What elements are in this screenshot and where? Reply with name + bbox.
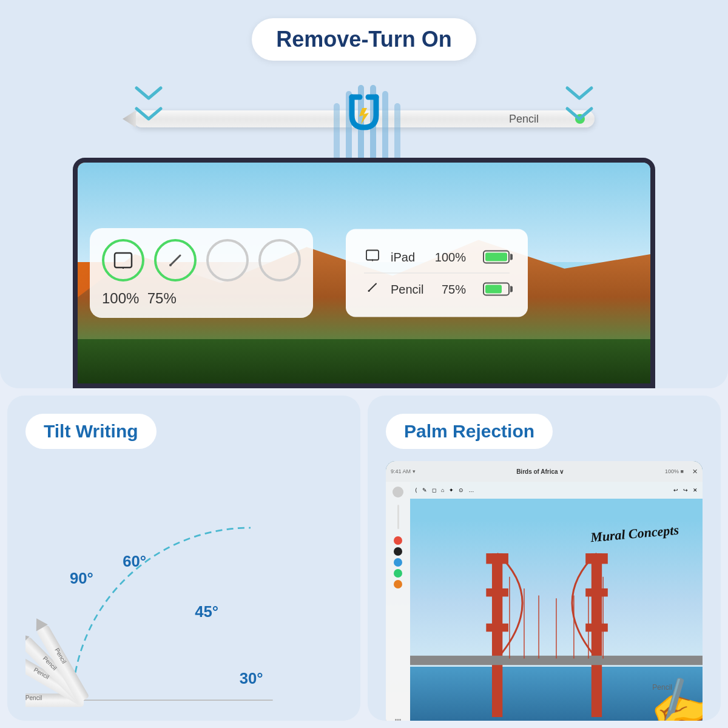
palm-rejection-section: Palm Rejection 9:41 AM ▾ Birds of Africa… bbox=[368, 396, 721, 721]
palm-sidebar: ••• bbox=[386, 482, 410, 721]
svg-rect-37 bbox=[592, 553, 602, 717]
pencil-device-icon bbox=[364, 281, 381, 298]
pencil-battery-percent: 75% bbox=[442, 282, 466, 296]
icons-percent: 100% 75% bbox=[102, 290, 301, 307]
empty-circle-2 bbox=[258, 239, 301, 281]
sidebar-tool-2 bbox=[397, 505, 399, 529]
svg-rect-35 bbox=[486, 588, 508, 596]
remove-turn-on-badge: Remove-Turn On bbox=[252, 18, 476, 61]
icons-widget: 100% 75% bbox=[90, 228, 313, 318]
tilt-diagram: Pencil Pencil Pencil bbox=[25, 461, 342, 721]
svg-rect-33 bbox=[492, 553, 502, 717]
svg-line-10 bbox=[170, 255, 180, 265]
ipad-screen: 100% 75% iPad 100% bbox=[78, 163, 650, 383]
pencil-device-name: Pencil bbox=[391, 282, 432, 296]
left-arrows bbox=[133, 85, 164, 123]
svg-text:30°: 30° bbox=[240, 670, 263, 687]
ipad-device-icon bbox=[364, 249, 381, 266]
bridge-area: Mural Concepts ✍️ Pencil bbox=[410, 482, 703, 721]
svg-point-15 bbox=[368, 290, 370, 292]
svg-text:90°: 90° bbox=[70, 570, 93, 587]
svg-line-14 bbox=[369, 284, 376, 291]
top-section: Remove-Turn On Pencil bbox=[0, 0, 728, 388]
battery-widget: iPad 100% Pencil 75% bbox=[346, 229, 528, 317]
ipad-battery-percent: 100% bbox=[435, 250, 466, 264]
tilt-svg: Pencil Pencil Pencil bbox=[25, 461, 342, 721]
ipad-battery-bar bbox=[483, 251, 510, 264]
svg-point-11 bbox=[169, 264, 172, 266]
tilt-writing-badge: Tilt Writing bbox=[25, 414, 157, 449]
ipad-icon-circle bbox=[102, 239, 144, 281]
bottom-sections: Tilt Writing Pencil Pencil bbox=[0, 388, 728, 728]
palm-toolbar: 9:41 AM ▾ Birds of Africa ∨ 100% ■ ✕ bbox=[386, 461, 703, 482]
ipad-device-name: iPad bbox=[391, 250, 425, 264]
ipad-mockup: 100% 75% iPad 100% bbox=[73, 158, 655, 388]
svg-text:Pencil: Pencil bbox=[25, 695, 42, 701]
magnet-icon bbox=[343, 91, 385, 136]
svg-rect-8 bbox=[115, 253, 132, 268]
sidebar-tool-1 bbox=[393, 487, 403, 497]
palm-ipad-mockup: 9:41 AM ▾ Birds of Africa ∨ 100% ■ ✕ ⟨ ✎… bbox=[386, 461, 703, 721]
right-arrows bbox=[564, 85, 595, 123]
svg-rect-36 bbox=[486, 624, 508, 632]
svg-rect-12 bbox=[366, 251, 379, 260]
svg-text:45°: 45° bbox=[195, 603, 218, 620]
empty-circle-1 bbox=[206, 239, 249, 281]
palm-screen: 9:41 AM ▾ Birds of Africa ∨ 100% ■ ✕ ⟨ ✎… bbox=[386, 461, 703, 721]
tilt-writing-section: Tilt Writing Pencil Pencil bbox=[7, 396, 360, 721]
pencil-label-palm: Pencil bbox=[652, 683, 672, 692]
palm-rejection-badge: Palm Rejection bbox=[386, 414, 553, 449]
svg-text:60°: 60° bbox=[123, 553, 146, 570]
pencil-battery-bar bbox=[483, 283, 510, 296]
pencil-icon-circle bbox=[154, 239, 197, 281]
